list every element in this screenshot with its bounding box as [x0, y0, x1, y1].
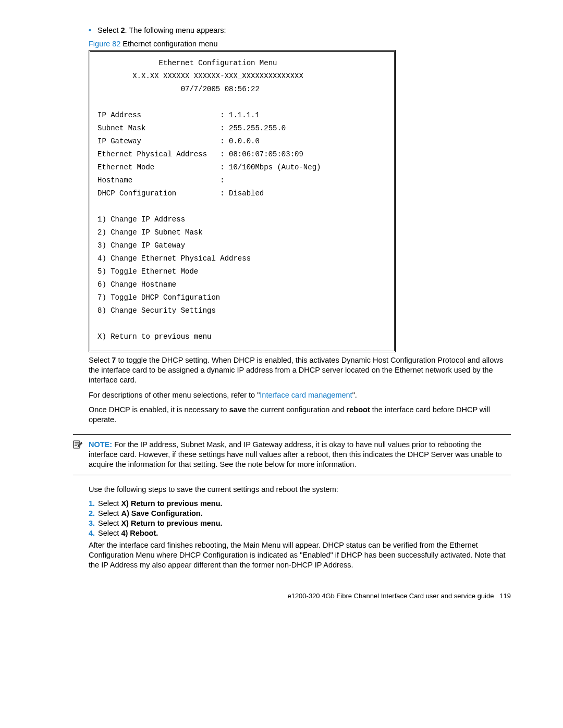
bullet-icon: •	[89, 26, 91, 34]
footer-title: e1200-320 4Gb Fibre Channel Interface Ca…	[287, 592, 494, 600]
footer-page: 119	[499, 592, 511, 600]
figure-caption-text: Ethernet configuration menu	[120, 40, 217, 48]
paragraph-2: For descriptions of other menu selection…	[89, 390, 511, 400]
intro-bullet: • Select 2. The following menu appears:	[89, 26, 511, 34]
note-text: NOTE: For the IP address, Subnet Mask, a…	[89, 440, 511, 470]
intro-text-a: Select	[97, 26, 120, 34]
page-footer: e1200-320 4Gb Fibre Channel Interface Ca…	[73, 592, 511, 600]
step-number: 1.	[89, 499, 95, 508]
paragraph-1: Select 7 to toggle the DHCP setting. Whe…	[89, 355, 511, 385]
step-item: 3.Select X) Return to previous menu.	[89, 519, 511, 527]
step-item: 2.Select A) Save Configuration.	[89, 509, 511, 517]
step-number: 3.	[89, 519, 95, 527]
note-icon	[73, 441, 82, 450]
note-block: NOTE: For the IP address, Subnet Mask, a…	[73, 434, 511, 475]
paragraph-4: Use the following steps to save the curr…	[89, 485, 511, 495]
link-interface-card-management[interactable]: Interface card management	[260, 391, 352, 399]
step-number: 2.	[89, 509, 95, 517]
note-label: NOTE:	[89, 440, 112, 449]
figure-label: Figure 82	[89, 40, 120, 48]
ordered-steps: 1.Select X) Return to previous menu.2.Se…	[73, 499, 511, 537]
paragraph-5: After the interface card finishes reboot…	[89, 540, 511, 570]
step-item: 1.Select X) Return to previous menu.	[89, 499, 511, 508]
intro-text-c: . The following menu appears:	[125, 26, 226, 34]
terminal-window: Ethernet Configuration Menu X.X.XX XXXXX…	[89, 50, 396, 352]
step-item: 4.Select 4) Reboot.	[89, 529, 511, 537]
paragraph-3: Once DHCP is enabled, it is necessary to…	[89, 405, 511, 425]
figure-caption: Figure 82 Ethernet configuration menu	[89, 40, 511, 48]
step-number: 4.	[89, 529, 95, 537]
intro-text-b: 2	[120, 26, 125, 34]
